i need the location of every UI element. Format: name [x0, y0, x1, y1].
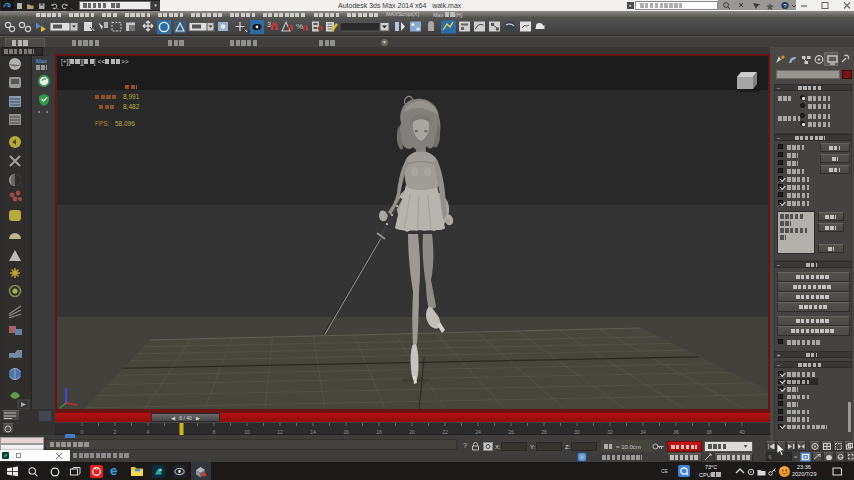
- svg-text:2: 2: [114, 429, 117, 435]
- svg-text:34: 34: [640, 429, 646, 435]
- svg-text:18: 18: [376, 429, 382, 435]
- svg-text:3: 3: [267, 21, 271, 28]
- svg-text:22: 22: [442, 429, 448, 435]
- svg-text:24: 24: [475, 429, 481, 435]
- svg-text:30: 30: [574, 429, 580, 435]
- svg-text:8: 8: [213, 429, 216, 435]
- svg-text:12: 12: [277, 429, 283, 435]
- svg-text:40: 40: [739, 429, 745, 435]
- svg-text:16: 16: [343, 429, 349, 435]
- svg-text:26: 26: [508, 429, 514, 435]
- svg-text:10: 10: [244, 429, 250, 435]
- svg-text:14: 14: [310, 429, 316, 435]
- svg-text:32: 32: [607, 429, 613, 435]
- svg-text:38: 38: [706, 429, 712, 435]
- svg-text:20: 20: [409, 429, 415, 435]
- svg-text:4: 4: [147, 429, 150, 435]
- svg-text:36: 36: [673, 429, 679, 435]
- svg-text:%: %: [296, 22, 303, 31]
- svg-text:28: 28: [541, 429, 547, 435]
- svg-text:0: 0: [81, 429, 84, 435]
